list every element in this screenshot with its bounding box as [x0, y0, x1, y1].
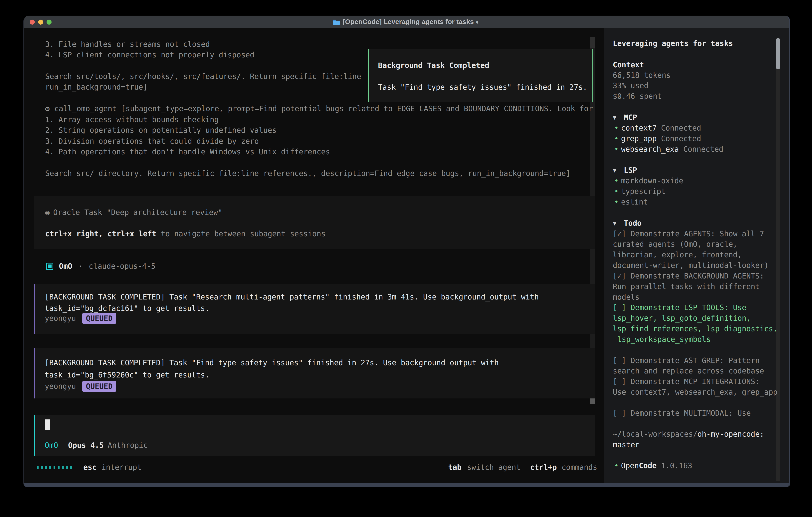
output-line: 3. File handles or streams not closed: [45, 39, 210, 50]
zoom-button[interactable]: [47, 20, 52, 25]
bullet-icon: •: [614, 145, 618, 154]
input-model-row: OmOOpus 4.5Anthropic: [45, 440, 148, 451]
mcp-item: •context7Connected: [614, 123, 701, 133]
mcp-name: context7: [621, 124, 657, 132]
statusbar-right: tab switch agent ctrl+p commands: [448, 462, 597, 472]
output-line: 4. LSP client connections not properly d…: [45, 50, 254, 60]
chevron-down-icon[interactable]: ▼: [613, 165, 616, 175]
agent-icon: [46, 263, 53, 270]
oracle-icon: ◉: [45, 208, 50, 217]
lsp-item: •typescript: [614, 186, 666, 197]
conversation-pane: 3. File handles or streams not closed 4.…: [24, 28, 604, 483]
output-line: Search src/ directory. Return specific f…: [45, 168, 571, 179]
output-line: 4. Path operations that don't handle Win…: [45, 146, 330, 157]
todo-line-done: models: [613, 292, 640, 302]
spinner-icon: [37, 466, 72, 469]
window-title-group: [OpenCode] Leveraging agents for tasks ◐: [333, 18, 480, 26]
mcp-heading: MCP: [624, 112, 637, 123]
mcp-name: websearch_exa: [621, 145, 679, 154]
oracle-task-title-line: ◉Oracle Task "Deep architecture review": [45, 207, 222, 218]
todo-line-done: librarian, explore, frontend,: [613, 249, 742, 260]
gear-icon: ⚙: [45, 103, 54, 114]
todo-line-active: lsp_workspace_symbols: [613, 334, 711, 345]
agent-separator: ·: [78, 262, 83, 271]
chevron-down-icon[interactable]: ▼: [613, 112, 616, 123]
input-agent-name: OmO: [45, 441, 58, 450]
workspace-branch: master: [613, 439, 640, 450]
todo-line-active: [ ] Demonstrate LSP TOOLS: Use: [613, 302, 746, 313]
lsp-name: markdown-oxide: [621, 176, 683, 185]
lsp-item: •markdown-oxide: [614, 175, 683, 186]
message-line: task_id="bg_6f59260c" to get results.: [45, 370, 209, 380]
prompt-input[interactable]: OmOOpus 4.5Anthropic: [34, 415, 595, 456]
lsp-name: typescript: [621, 187, 666, 196]
window-title: [OpenCode] Leveraging agents for tasks ◐: [343, 18, 480, 26]
todo-line-pending: [ ] Demonstrate AST-GREP: Pattern: [613, 355, 760, 366]
main-scrollbar-thumb[interactable]: [590, 398, 595, 404]
bullet-icon: •: [614, 124, 618, 132]
oracle-task-title: Oracle Task "Deep architecture review": [53, 208, 222, 217]
version-number: 1.0.163: [661, 461, 692, 470]
bullet-icon: •: [614, 461, 618, 470]
terminal-window: [OpenCode] Leveraging agents for tasks ◐…: [23, 16, 790, 487]
workspace-repo: oh-my-opencode:: [697, 430, 764, 438]
ctrlp-key-hint: ctrl+p: [530, 463, 557, 472]
todo-line-active: lsp_find_references, lsp_diagnostics,: [613, 324, 777, 334]
ctrlp-key-label: commands: [562, 463, 597, 472]
lsp-name: eslint: [621, 198, 648, 206]
input-provider: Anthropic: [108, 441, 148, 450]
minimize-button[interactable]: [38, 20, 43, 25]
todo-line-pending: search and replace across codebase: [613, 366, 764, 376]
bullet-icon: •: [614, 176, 618, 185]
desktop: [OpenCode] Leveraging agents for tasks ◐…: [0, 0, 812, 517]
agent-icon-core: [48, 265, 52, 268]
sidebar-pane: Leveraging agents for tasks Context 66,5…: [604, 28, 789, 483]
todo-line-done: document-writer, multimodal-looker): [613, 260, 768, 271]
todo-line-done: curated agents (OmO, oracle,: [613, 239, 737, 249]
output-line: Search src/tools/, src/hooks/, src/featu…: [45, 71, 361, 82]
todo-line-done: [✓] Demonstrate AGENTS: Show all 7: [613, 228, 764, 239]
todo-line-done: Run parallel tasks with different: [613, 281, 760, 292]
bullet-icon: •: [614, 198, 618, 206]
content: 3. File handles or streams not closed 4.…: [24, 28, 789, 483]
close-button[interactable]: [30, 20, 35, 25]
mcp-item: •websearch_exaConnected: [614, 144, 723, 155]
output-line: 1. Array access without bounds checking: [45, 114, 219, 125]
agent-model: claude-opus-4-5: [89, 262, 155, 271]
chevron-down-icon[interactable]: ▼: [613, 218, 616, 228]
tool-call-text: call_omo_agent [subagent_type=explore, p…: [54, 104, 593, 113]
message-block: [BACKGROUND TASK COMPLETED] Task "Resear…: [34, 284, 595, 334]
agent-name: OmO: [59, 262, 72, 271]
tab-key-hint: tab: [448, 463, 462, 472]
esc-key-hint: esc: [83, 463, 97, 472]
message-meta: yeongyuQUEUED: [45, 381, 116, 392]
status-badge: QUEUED: [82, 381, 116, 392]
mcp-status: Connected: [661, 134, 701, 143]
folder-icon: [333, 19, 340, 25]
lsp-heading: LSP: [624, 165, 637, 175]
statusbar-left: esc interrupt: [37, 462, 142, 472]
main-scrollbar-track-top: [590, 37, 595, 48]
sidebar-scrollbar-thumb[interactable]: [776, 38, 780, 70]
message-line: [BACKGROUND TASK COMPLETED] Task "Find t…: [45, 357, 499, 368]
window-bottom-edge: [24, 483, 789, 487]
todo-line-done: [✓] Demonstrate BACKGROUND AGENTS:: [613, 271, 764, 281]
todo-line-pending: Use context7, websearch_exa, grep_app: [613, 387, 777, 398]
status-badge: QUEUED: [82, 313, 116, 324]
todo-line-pending: [ ] Demonstrate MULTIMODAL: Use: [613, 408, 751, 418]
agent-header: OmO · claude-opus-4-5: [46, 261, 155, 272]
context-heading: Context: [613, 60, 644, 70]
text-cursor: [45, 419, 50, 430]
background-task-notification: Background Task Completed Task "Find typ…: [368, 49, 593, 102]
output-line: run_in_background=true]: [45, 82, 147, 92]
brand-open: Open: [621, 461, 639, 470]
todo-line-pending: [ ] Demonstrate MCP INTEGRATIONS:: [613, 376, 760, 387]
todo-heading: Todo: [624, 218, 642, 228]
todo-line-active: lsp_hover, lsp_goto_definition,: [613, 313, 751, 324]
notification-title: Background Task Completed: [378, 60, 489, 71]
titlebar[interactable]: [OpenCode] Leveraging agents for tasks ◐: [24, 16, 789, 28]
message-line: [BACKGROUND TASK COMPLETED] Task "Resear…: [45, 292, 539, 302]
message-line: task_id="bg_dcfac161" to get results.: [45, 303, 209, 314]
brand-code: Code: [639, 461, 657, 470]
esc-key-label: interrupt: [102, 463, 142, 472]
